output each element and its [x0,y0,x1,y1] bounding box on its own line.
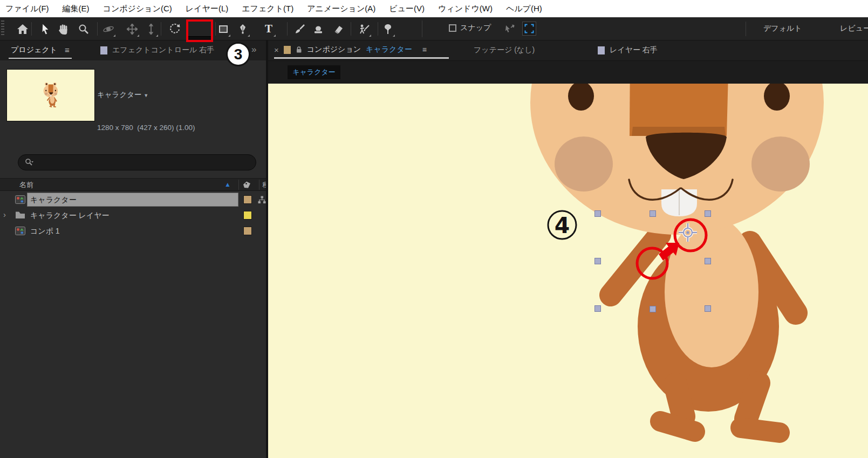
workspace-default[interactable]: デフォルト [763,24,802,33]
menu-effect[interactable]: エフェクト(T) [242,4,293,14]
column-name[interactable]: 名前 [19,180,33,190]
menu-bar: ファイル(F) 編集(E) コンポジション(C) レイヤー(L) エフェクト(T… [0,0,868,17]
project-search [18,154,256,170]
column-type[interactable]: 種 [262,180,266,190]
selection-tool-icon[interactable] [38,19,53,39]
tab-composition[interactable]: × コンポジション キャラクター ≡ [274,42,449,59]
tab-footage-label: フッテージ (なし) [474,45,535,55]
tab-project-label: プロジェクト [11,45,57,55]
menu-window[interactable]: ウィンドウ(W) [438,4,493,14]
panel-color-chip [100,46,107,54]
menu-composition[interactable]: コンポジション(C) [103,4,172,14]
tab-overflow-icon[interactable]: » [251,44,255,55]
lock-icon [296,46,302,53]
menu-file[interactable]: ファイル(F) [5,4,49,14]
menu-layer[interactable]: レイヤー(L) [186,4,228,14]
orbit-camera-tool-icon[interactable] [101,19,116,39]
annotation-step3-box [186,19,213,42]
composition-viewport[interactable]: 4 [268,84,868,458]
search-input[interactable] [35,155,256,170]
item-name: キャラクター [30,195,77,205]
tab-composition-name: キャラクター [366,45,412,54]
tab-layer-label: レイヤー 右手 [610,45,658,55]
panel-menu-icon[interactable]: ≡ [422,45,427,54]
pen-tool-icon[interactable] [235,19,250,39]
panel-tab-strip: プロジェクト ≡ エフェクトコントロール 右手 » × コンポジション キャラク… [0,40,868,60]
label-color-chip[interactable] [243,211,252,220]
region-of-interest-icon[interactable] [522,22,536,36]
composition-icon [15,195,25,204]
label-color-chip[interactable] [243,195,252,204]
label-color-chip[interactable] [243,227,252,235]
snap-checkbox[interactable] [449,24,456,32]
project-table-header: 名前 ▲ 種 [0,178,266,191]
project-item-list: キャラクター › キャラクター レイヤー [0,192,266,239]
label-column-icon[interactable] [242,181,251,189]
panel-menu-icon[interactable]: ≡ [65,45,70,54]
annotation-step4-number: 4 [548,211,576,239]
tab-effect-controls-label: エフェクトコントロール 右手 [112,45,214,55]
after-effects-window: ファイル(F) 編集(E) コンポジション(C) レイヤー(L) エフェクト(T… [0,0,868,458]
workspace-review[interactable]: レビュー [840,24,868,33]
shared-view-icon[interactable] [502,19,517,39]
tab-composition-prefix: コンポジション [307,45,361,54]
panel-grip[interactable] [1,20,4,37]
rectangle-tool-icon[interactable] [216,19,231,39]
comp-usage-icon [258,196,266,204]
search-icon [25,158,33,167]
close-icon[interactable]: × [274,45,279,54]
project-preview-thumbnail [6,69,95,121]
text-tool-icon[interactable]: T [261,19,276,39]
menu-edit[interactable]: 編集(E) [63,4,90,14]
tab-project[interactable]: プロジェクト ≡ [9,42,72,59]
clone-stamp-tool-icon[interactable] [311,19,326,39]
preview-comp-name[interactable]: キャラクター [97,91,142,99]
snap-label: スナップ [460,23,491,33]
brush-tool-icon[interactable] [292,19,307,39]
hand-tool-icon[interactable] [56,19,71,39]
breadcrumb-comp-tab[interactable]: キャラクター [288,65,340,79]
tab-layer[interactable]: レイヤー 右手 [598,45,658,55]
folder-icon [15,211,25,219]
pan-camera-tool-icon[interactable] [125,19,140,39]
roto-brush-tool-icon[interactable] [357,19,372,39]
panel-color-chip [598,46,605,54]
item-name: コンポ 1 [30,227,60,236]
item-name: キャラクター レイヤー [30,211,110,221]
project-row-character[interactable]: キャラクター [0,192,266,208]
project-panel: キャラクター ▼ 1280 x 780 (427 x 260) (1.00) △… [0,60,266,458]
home-icon[interactable] [15,19,30,39]
preview-dimensions: 1280 x 780 (427 x 260) (1.00) [97,122,195,133]
puppet-pin-tool-icon[interactable] [380,19,395,39]
viewer-breadcrumb-bar: キャラクター [268,60,868,84]
dropdown-arrow-icon[interactable]: ▼ [143,93,148,98]
dolly-camera-tool-icon[interactable] [143,19,159,39]
menu-animation[interactable]: アニメーション(A) [307,4,375,14]
tool-bar: T スナップ [0,17,868,40]
tab-effect-controls[interactable]: エフェクトコントロール 右手 [100,45,214,55]
rotation-tool-icon[interactable] [167,19,182,39]
menu-help[interactable]: ヘルプ(H) [506,4,542,14]
svg-text:4: 4 [555,213,570,238]
annotation-step3-number: 3 [226,42,250,66]
composition-icon [15,227,25,235]
tab-footage[interactable]: フッテージ (なし) [474,45,535,55]
sort-asc-icon[interactable]: ▲ [224,181,231,188]
expander-icon[interactable]: › [3,210,6,219]
menu-view[interactable]: ビュー(V) [389,4,425,14]
project-row-character-layers[interactable]: › キャラクター レイヤー [0,208,266,223]
zoom-tool-icon[interactable] [76,19,91,39]
project-row-comp1[interactable]: コンポ 1 [0,223,266,239]
eraser-tool-icon[interactable] [331,19,346,39]
comp-color-chip [284,46,291,54]
